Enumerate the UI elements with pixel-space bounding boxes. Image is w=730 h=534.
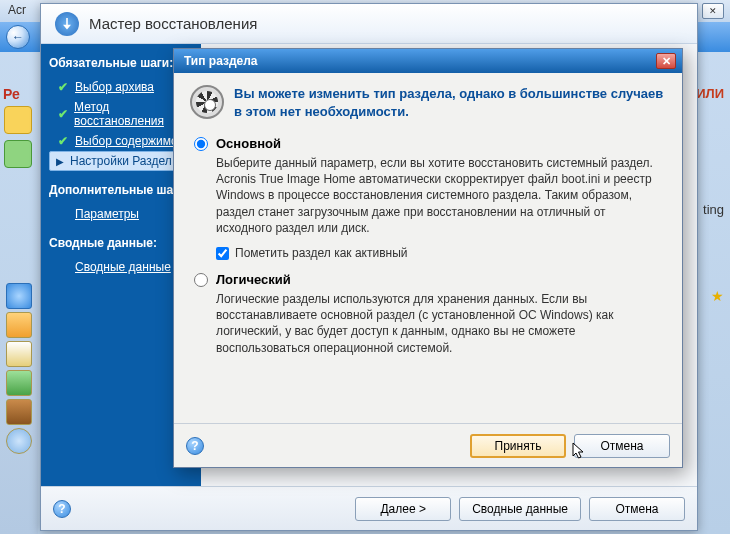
radio-logical-label: Логический (216, 272, 291, 287)
check-icon: ✔ (57, 135, 69, 147)
radio-primary[interactable]: Основной (194, 136, 662, 151)
accept-button[interactable]: Принять (470, 434, 566, 458)
bg-toolbar-icons (0, 100, 40, 174)
dialog-titlebar[interactable]: Тип раздела ✕ (174, 49, 682, 73)
dialog-title-text: Тип раздела (184, 54, 258, 68)
arrow-right-icon: ▶ (56, 156, 64, 167)
bg-close-button[interactable]: ✕ (702, 3, 724, 19)
wizard-title-text: Мастер восстановления (89, 15, 257, 32)
bg-right-text-1: ИЛИ (696, 86, 724, 101)
dialog-info-row: Вы можете изменить тип раздела, однако в… (174, 73, 682, 126)
folder-up-icon[interactable] (4, 106, 32, 134)
bg-app-name: Acr (8, 3, 26, 17)
active-checkbox-row[interactable]: Пометить раздел как активный (216, 246, 662, 260)
empty-icon: · (57, 208, 69, 220)
help-icon[interactable]: ? (53, 500, 71, 518)
restore-icon[interactable] (4, 140, 32, 168)
logical-description: Логические разделы используются для хран… (216, 291, 662, 356)
dialog-cancel-button[interactable]: Отмена (574, 434, 670, 458)
dock-icon-1[interactable] (6, 283, 32, 309)
radio-logical-input[interactable] (194, 273, 208, 287)
check-icon: ✔ (57, 108, 68, 120)
step-partition-c-label: Настройки Раздел C (70, 154, 184, 168)
dock-check-icon[interactable] (6, 370, 32, 396)
dock-search-icon[interactable] (6, 428, 32, 454)
radio-logical[interactable]: Логический (194, 272, 662, 287)
radio-primary-label: Основной (216, 136, 281, 151)
dock-icon-2[interactable] (6, 312, 32, 338)
back-button[interactable]: ← (6, 25, 30, 49)
empty-icon: · (57, 261, 69, 273)
clock-flag-icon (190, 85, 224, 119)
step-archive-link[interactable]: Выбор архива (75, 80, 154, 94)
step-summary-link[interactable]: Сводные данные (75, 260, 171, 274)
dialog-body: Основной Выберите данный параметр, если … (174, 126, 682, 423)
check-icon: ✔ (57, 81, 69, 93)
dialog-close-button[interactable]: ✕ (656, 53, 676, 69)
favorite-star-icon[interactable]: ★ (711, 288, 724, 304)
dialog-info-text: Вы можете изменить тип раздела, однако в… (234, 85, 666, 120)
dialog-help-icon[interactable]: ? (186, 437, 204, 455)
step-params-link[interactable]: Параметры (75, 207, 139, 221)
radio-primary-input[interactable] (194, 137, 208, 151)
bg-right-text-2: ting (703, 202, 724, 217)
dialog-footer: ? Принять Отмена (174, 423, 682, 467)
wizard-footer: ? Далее > Сводные данные Отмена (41, 486, 697, 530)
bg-left-dock (0, 280, 38, 534)
primary-description: Выберите данный параметр, если вы хотите… (216, 155, 662, 236)
step-content-link[interactable]: Выбор содержимого (75, 134, 189, 148)
cancel-button[interactable]: Отмена (589, 497, 685, 521)
dock-tools-icon[interactable] (6, 399, 32, 425)
dock-clipboard-icon[interactable] (6, 341, 32, 367)
wizard-titlebar: Мастер восстановления (41, 4, 697, 44)
summary-button[interactable]: Сводные данные (459, 497, 581, 521)
active-checkbox-label: Пометить раздел как активный (235, 246, 408, 260)
next-button[interactable]: Далее > (355, 497, 451, 521)
wizard-icon (55, 12, 79, 36)
active-checkbox[interactable] (216, 247, 229, 260)
partition-type-dialog: Тип раздела ✕ Вы можете изменить тип раз… (173, 48, 683, 468)
